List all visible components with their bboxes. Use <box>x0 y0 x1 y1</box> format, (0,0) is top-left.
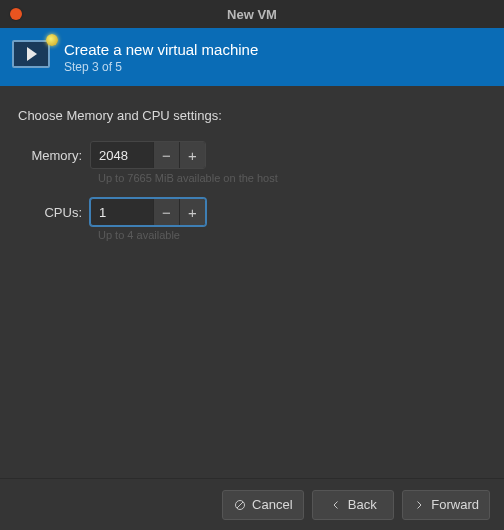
cpus-spinbox[interactable]: − + <box>90 198 206 226</box>
cpus-hint: Up to 4 available <box>98 229 486 241</box>
cpus-input[interactable] <box>91 199 153 225</box>
back-button[interactable]: Back <box>312 490 394 520</box>
cancel-label: Cancel <box>252 497 292 512</box>
wizard-step: Step 3 of 5 <box>64 60 258 74</box>
cpus-row: CPUs: − + <box>18 198 486 226</box>
chevron-left-icon <box>330 499 342 511</box>
vm-monitor-icon <box>12 40 54 74</box>
wizard-header: Create a new virtual machine Step 3 of 5 <box>0 28 504 86</box>
titlebar: New VM <box>0 0 504 28</box>
memory-spinbox[interactable]: − + <box>90 141 206 169</box>
cpus-label: CPUs: <box>18 205 90 220</box>
memory-row: Memory: − + <box>18 141 486 169</box>
instruction-text: Choose Memory and CPU settings: <box>18 108 486 123</box>
memory-label: Memory: <box>18 148 90 163</box>
back-label: Back <box>348 497 377 512</box>
memory-hint: Up to 7665 MiB available on the host <box>98 172 486 184</box>
forward-label: Forward <box>431 497 479 512</box>
forward-button[interactable]: Forward <box>402 490 490 520</box>
memory-increment-button[interactable]: + <box>179 142 205 168</box>
window-close-button[interactable] <box>10 8 22 20</box>
cpus-increment-button[interactable]: + <box>179 199 205 225</box>
window-title: New VM <box>0 7 504 22</box>
memory-decrement-button[interactable]: − <box>153 142 179 168</box>
cancel-icon <box>234 499 246 511</box>
chevron-right-icon <box>413 499 425 511</box>
wizard-footer: Cancel Back Forward <box>0 478 504 530</box>
cancel-button[interactable]: Cancel <box>222 490 304 520</box>
wizard-title: Create a new virtual machine <box>64 41 258 58</box>
wizard-body: Choose Memory and CPU settings: Memory: … <box>0 86 504 273</box>
cpus-decrement-button[interactable]: − <box>153 199 179 225</box>
memory-input[interactable] <box>91 142 153 168</box>
svg-line-1 <box>237 502 243 508</box>
